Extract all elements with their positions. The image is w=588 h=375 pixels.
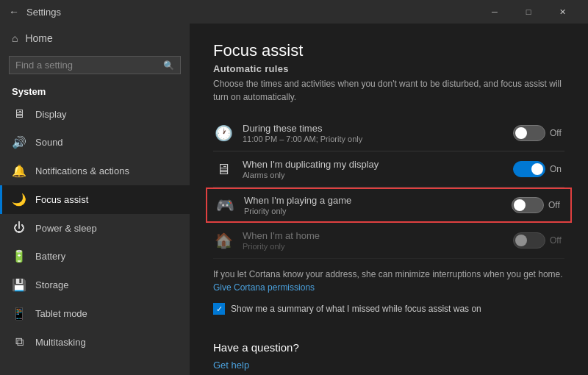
- sidebar-section-title: System: [0, 80, 190, 100]
- search-icon: 🔍: [163, 60, 174, 71]
- sidebar-item-sound[interactable]: 🔊 Sound: [0, 128, 190, 157]
- home-icon: 🏠: [213, 232, 234, 249]
- rule-duplicating-toggle[interactable]: [513, 161, 545, 177]
- rule-playing-game-sub: Priority only: [244, 207, 503, 215]
- page-title: Focus assist: [213, 41, 564, 60]
- sidebar-item-battery[interactable]: 🔋 Battery: [0, 242, 190, 271]
- summary-checkbox-label: Show me a summary of what I missed while…: [231, 304, 481, 314]
- window-controls: ─ □ ✕: [478, 0, 579, 24]
- rule-at-home: 🏠 When I'm at home Priority only Off: [213, 223, 564, 259]
- rule-during-times-text: During these times 11:00 PM – 7:00 AM; P…: [243, 123, 504, 143]
- sidebar-item-focus-assist[interactable]: 🌙 Focus assist: [0, 185, 190, 214]
- sidebar-item-label: Focus assist: [35, 194, 88, 205]
- sidebar-item-label: Display: [35, 109, 67, 120]
- rule-duplicating: 🖥 When I'm duplicating my display Alarms…: [213, 151, 564, 188]
- content-area: Focus assist Automatic rules Choose the …: [190, 24, 588, 375]
- main-layout: ⌂ Home 🔍 System 🖥 Display 🔊 Sound 🔔 Noti…: [0, 24, 588, 375]
- gamepad-icon: 🎮: [215, 196, 235, 214]
- rule-playing-game-title: When I'm playing a game: [244, 195, 503, 206]
- rule-at-home-toggle-wrap: Off: [513, 232, 564, 249]
- automatic-rules-desc: Choose the times and activities when you…: [213, 77, 564, 104]
- rule-during-times-sub: 11:00 PM – 7:00 AM; Priority only: [243, 135, 504, 143]
- rule-playing-game-toggle-wrap: Off: [512, 197, 563, 213]
- sidebar-item-tablet[interactable]: 📱 Tablet mode: [0, 299, 190, 328]
- rule-playing-game: 🎮 When I'm playing a game Priority only …: [206, 188, 572, 223]
- maximize-button[interactable]: □: [512, 0, 545, 24]
- close-button[interactable]: ✕: [545, 0, 579, 24]
- summary-checkbox[interactable]: ✓: [213, 303, 225, 315]
- search-box[interactable]: 🔍: [9, 56, 181, 74]
- app-title: Settings: [26, 7, 478, 18]
- rule-at-home-title: When I'm at home: [243, 230, 504, 241]
- toggle-knob: [531, 163, 543, 175]
- search-input[interactable]: [15, 60, 163, 71]
- sidebar-item-display[interactable]: 🖥 Display: [0, 100, 190, 128]
- sidebar: ⌂ Home 🔍 System 🖥 Display 🔊 Sound 🔔 Noti…: [0, 24, 190, 375]
- sidebar-item-label: Tablet mode: [35, 308, 87, 319]
- rule-duplicating-text: When I'm duplicating my display Alarms o…: [243, 159, 504, 179]
- rule-at-home-toggle-label: Off: [550, 235, 564, 246]
- sidebar-item-label: Notifications & actions: [35, 165, 129, 176]
- back-button[interactable]: ←: [9, 6, 19, 18]
- sidebar-item-multitasking[interactable]: ⧉ Multitasking: [0, 328, 190, 356]
- sidebar-item-label: Battery: [35, 251, 65, 262]
- battery-icon: 🔋: [12, 249, 26, 263]
- rule-playing-game-toggle-label: Off: [548, 200, 563, 210]
- rule-playing-game-text: When I'm playing a game Priority only: [244, 195, 503, 215]
- multitasking-icon: ⧉: [12, 335, 26, 349]
- sidebar-item-power[interactable]: ⏻ Power & sleep: [0, 214, 190, 242]
- toggle-knob: [514, 199, 526, 211]
- sidebar-item-label: Multitasking: [35, 337, 86, 348]
- tablet-icon: 📱: [12, 307, 26, 321]
- sidebar-item-label: Power & sleep: [35, 223, 97, 234]
- rule-during-times: 🕐 During these times 11:00 PM – 7:00 AM;…: [213, 115, 564, 151]
- sidebar-item-label: Sound: [35, 137, 63, 148]
- summary-checkbox-row[interactable]: ✓ Show me a summary of what I missed whi…: [213, 303, 564, 315]
- rule-duplicating-toggle-wrap: On: [513, 161, 564, 177]
- automatic-rules-label: Automatic rules: [213, 63, 564, 74]
- minimize-button[interactable]: ─: [478, 0, 512, 24]
- cortana-link[interactable]: Give Cortana permissions: [213, 282, 564, 293]
- rule-duplicating-title: When I'm duplicating my display: [243, 159, 504, 170]
- rule-during-times-toggle-wrap: Off: [513, 125, 564, 141]
- sound-icon: 🔊: [12, 135, 26, 149]
- rule-duplicating-toggle-label: On: [550, 164, 564, 174]
- cortana-note: If you let Cortana know your address, sh…: [213, 268, 564, 281]
- rule-during-times-toggle-label: Off: [550, 128, 564, 138]
- toggle-knob: [515, 235, 527, 246]
- power-icon: ⏻: [12, 221, 26, 235]
- rule-at-home-toggle[interactable]: [513, 232, 545, 249]
- sidebar-item-storage[interactable]: 💾 Storage: [0, 271, 190, 299]
- notifications-icon: 🔔: [12, 164, 26, 178]
- checkmark-icon: ✓: [216, 304, 223, 314]
- question-section: Have a question? Get help: [213, 329, 564, 371]
- rule-during-times-toggle[interactable]: [513, 125, 545, 141]
- rule-at-home-text: When I'm at home Priority only: [243, 230, 504, 251]
- rule-duplicating-sub: Alarms only: [243, 171, 504, 179]
- sidebar-item-label: Storage: [35, 279, 69, 290]
- title-bar: ← Settings ─ □ ✕: [0, 0, 588, 24]
- monitor-icon: 🖥: [213, 161, 234, 178]
- home-icon: ⌂: [12, 32, 18, 44]
- question-title: Have a question?: [213, 341, 564, 354]
- storage-icon: 💾: [12, 278, 26, 292]
- rule-playing-game-toggle[interactable]: [512, 197, 544, 213]
- toggle-knob: [515, 127, 527, 139]
- rule-during-times-title: During these times: [243, 123, 504, 134]
- sidebar-home-button[interactable]: ⌂ Home: [0, 24, 190, 53]
- focus-assist-icon: 🌙: [12, 193, 26, 207]
- display-icon: 🖥: [12, 107, 26, 121]
- rule-at-home-sub: Priority only: [243, 242, 504, 251]
- clock-icon: 🕐: [213, 124, 234, 142]
- sidebar-item-notifications[interactable]: 🔔 Notifications & actions: [0, 157, 190, 185]
- home-label: Home: [25, 32, 52, 44]
- get-help-link[interactable]: Get help: [213, 360, 249, 371]
